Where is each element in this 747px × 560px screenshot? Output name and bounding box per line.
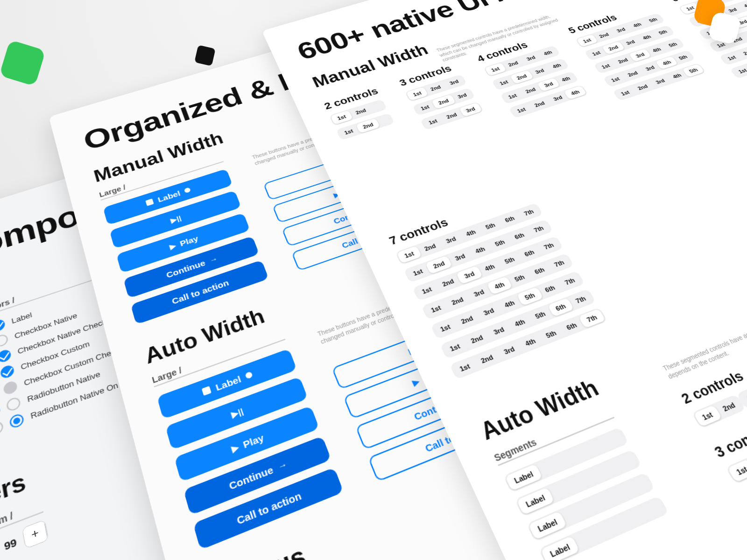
checkbox-grey-icon xyxy=(3,379,18,396)
stepper-value: 99 xyxy=(3,535,18,552)
selector-label: Label xyxy=(11,310,33,325)
stop-icon xyxy=(202,386,211,396)
iso-stage: iOS components Toggles Switches / Select… xyxy=(0,0,747,560)
arrow-right-icon: → xyxy=(208,254,218,264)
radio-off-icon xyxy=(6,396,22,413)
play-icon: ▶ xyxy=(169,242,177,251)
radio-off-icon xyxy=(0,420,5,437)
stepper-plus[interactable]: + xyxy=(23,520,49,548)
checkbox-blue-icon xyxy=(0,364,15,379)
stop-icon xyxy=(146,198,154,206)
radio-off-icon xyxy=(0,333,9,348)
dot-icon xyxy=(245,371,253,379)
playpause-icon: ▶|| xyxy=(230,406,244,419)
checkbox-blue-icon xyxy=(0,318,6,333)
checkbox-blue-icon xyxy=(0,348,12,364)
radio-on-icon xyxy=(9,413,25,429)
radio-on-icon xyxy=(0,403,1,420)
playpause-icon: ▶|| xyxy=(170,214,182,224)
play-icon: ▶ xyxy=(230,442,240,454)
arrow-right-icon: → xyxy=(276,459,289,472)
dot-icon xyxy=(183,187,190,193)
play-icon: ▶ xyxy=(410,376,420,387)
